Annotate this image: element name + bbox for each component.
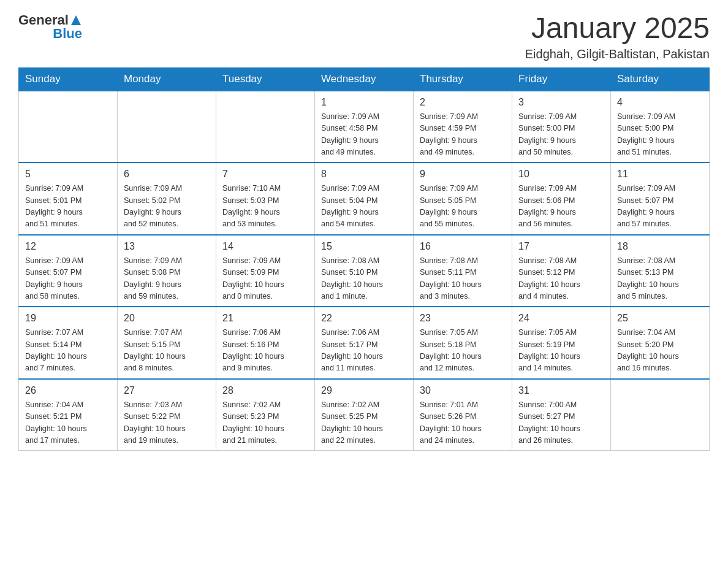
day-info: Sunrise: 7:09 AM Sunset: 5:01 PM Dayligh… bbox=[25, 183, 111, 231]
day-number: 21 bbox=[222, 311, 308, 326]
day-header-thursday: Thursday bbox=[414, 67, 512, 91]
day-info: Sunrise: 7:09 AM Sunset: 5:09 PM Dayligh… bbox=[222, 255, 308, 303]
calendar-day-cell: 13Sunrise: 7:09 AM Sunset: 5:08 PM Dayli… bbox=[118, 235, 216, 307]
day-info: Sunrise: 7:10 AM Sunset: 5:03 PM Dayligh… bbox=[222, 183, 308, 231]
page-header: General Blue January 2025 Eidghah, Gilgi… bbox=[18, 12, 710, 61]
header-row: SundayMondayTuesdayWednesdayThursdayFrid… bbox=[19, 67, 710, 91]
calendar-day-cell: 10Sunrise: 7:09 AM Sunset: 5:06 PM Dayli… bbox=[512, 163, 611, 235]
day-info: Sunrise: 7:03 AM Sunset: 5:22 PM Dayligh… bbox=[124, 399, 210, 447]
day-number: 16 bbox=[420, 239, 506, 254]
calendar-day-cell: 15Sunrise: 7:08 AM Sunset: 5:10 PM Dayli… bbox=[315, 235, 414, 307]
calendar-day-cell: 21Sunrise: 7:06 AM Sunset: 5:16 PM Dayli… bbox=[216, 307, 315, 379]
day-info: Sunrise: 7:08 AM Sunset: 5:11 PM Dayligh… bbox=[420, 255, 506, 303]
calendar-day-cell: 11Sunrise: 7:09 AM Sunset: 5:07 PM Dayli… bbox=[611, 163, 710, 235]
day-number: 7 bbox=[222, 167, 308, 182]
calendar-day-cell: 30Sunrise: 7:01 AM Sunset: 5:26 PM Dayli… bbox=[414, 379, 512, 451]
calendar-day-cell: 18Sunrise: 7:08 AM Sunset: 5:13 PM Dayli… bbox=[611, 235, 710, 307]
day-info: Sunrise: 7:09 AM Sunset: 4:59 PM Dayligh… bbox=[420, 111, 506, 159]
calendar-day-cell: 16Sunrise: 7:08 AM Sunset: 5:11 PM Dayli… bbox=[414, 235, 512, 307]
calendar-day-cell bbox=[216, 91, 315, 163]
day-info: Sunrise: 7:09 AM Sunset: 4:58 PM Dayligh… bbox=[321, 111, 407, 159]
day-header-sunday: Sunday bbox=[19, 67, 118, 91]
day-info: Sunrise: 7:09 AM Sunset: 5:06 PM Dayligh… bbox=[518, 183, 604, 231]
calendar-day-cell bbox=[118, 91, 216, 163]
day-number: 5 bbox=[25, 167, 111, 182]
day-number: 25 bbox=[617, 311, 703, 326]
logo-triangle-icon bbox=[70, 14, 82, 26]
calendar-day-cell: 12Sunrise: 7:09 AM Sunset: 5:07 PM Dayli… bbox=[19, 235, 118, 307]
title-section: January 2025 Eidghah, Gilgit-Baltistan, … bbox=[525, 12, 710, 61]
day-number: 27 bbox=[124, 383, 210, 398]
day-info: Sunrise: 7:02 AM Sunset: 5:25 PM Dayligh… bbox=[321, 399, 407, 447]
day-info: Sunrise: 7:09 AM Sunset: 5:02 PM Dayligh… bbox=[124, 183, 210, 231]
day-info: Sunrise: 7:04 AM Sunset: 5:20 PM Dayligh… bbox=[617, 327, 703, 375]
calendar-day-cell: 7Sunrise: 7:10 AM Sunset: 5:03 PM Daylig… bbox=[216, 163, 315, 235]
day-number: 23 bbox=[420, 311, 506, 326]
calendar-table: SundayMondayTuesdayWednesdayThursdayFrid… bbox=[18, 67, 710, 451]
day-number: 13 bbox=[124, 239, 210, 254]
day-info: Sunrise: 7:07 AM Sunset: 5:15 PM Dayligh… bbox=[124, 327, 210, 375]
day-number: 2 bbox=[420, 95, 506, 110]
calendar-day-cell: 6Sunrise: 7:09 AM Sunset: 5:02 PM Daylig… bbox=[118, 163, 216, 235]
calendar-day-cell: 14Sunrise: 7:09 AM Sunset: 5:09 PM Dayli… bbox=[216, 235, 315, 307]
day-info: Sunrise: 7:08 AM Sunset: 5:12 PM Dayligh… bbox=[518, 255, 604, 303]
day-info: Sunrise: 7:07 AM Sunset: 5:14 PM Dayligh… bbox=[25, 327, 111, 375]
day-info: Sunrise: 7:05 AM Sunset: 5:19 PM Dayligh… bbox=[518, 327, 604, 375]
day-info: Sunrise: 7:09 AM Sunset: 5:00 PM Dayligh… bbox=[617, 111, 703, 159]
calendar-day-cell: 4Sunrise: 7:09 AM Sunset: 5:00 PM Daylig… bbox=[611, 91, 710, 163]
day-number: 10 bbox=[518, 167, 604, 182]
day-number: 19 bbox=[25, 311, 111, 326]
calendar-day-cell: 27Sunrise: 7:03 AM Sunset: 5:22 PM Dayli… bbox=[118, 379, 216, 451]
calendar-day-cell bbox=[611, 379, 710, 451]
day-info: Sunrise: 7:06 AM Sunset: 5:17 PM Dayligh… bbox=[321, 327, 407, 375]
day-header-friday: Friday bbox=[512, 67, 611, 91]
day-number: 15 bbox=[321, 239, 407, 254]
calendar-day-cell: 23Sunrise: 7:05 AM Sunset: 5:18 PM Dayli… bbox=[414, 307, 512, 379]
day-info: Sunrise: 7:08 AM Sunset: 5:13 PM Dayligh… bbox=[617, 255, 703, 303]
day-number: 3 bbox=[518, 95, 604, 110]
day-info: Sunrise: 7:02 AM Sunset: 5:23 PM Dayligh… bbox=[222, 399, 308, 447]
day-number: 30 bbox=[420, 383, 506, 398]
calendar-day-cell: 2Sunrise: 7:09 AM Sunset: 4:59 PM Daylig… bbox=[414, 91, 512, 163]
day-header-tuesday: Tuesday bbox=[216, 67, 315, 91]
calendar-day-cell: 1Sunrise: 7:09 AM Sunset: 4:58 PM Daylig… bbox=[315, 91, 414, 163]
day-number: 17 bbox=[518, 239, 604, 254]
calendar-day-cell: 24Sunrise: 7:05 AM Sunset: 5:19 PM Dayli… bbox=[512, 307, 611, 379]
day-info: Sunrise: 7:09 AM Sunset: 5:07 PM Dayligh… bbox=[25, 255, 111, 303]
calendar-day-cell: 9Sunrise: 7:09 AM Sunset: 5:05 PM Daylig… bbox=[414, 163, 512, 235]
day-info: Sunrise: 7:04 AM Sunset: 5:21 PM Dayligh… bbox=[25, 399, 111, 447]
calendar-day-cell: 22Sunrise: 7:06 AM Sunset: 5:17 PM Dayli… bbox=[315, 307, 414, 379]
day-header-monday: Monday bbox=[118, 67, 216, 91]
day-info: Sunrise: 7:08 AM Sunset: 5:10 PM Dayligh… bbox=[321, 255, 407, 303]
logo-blue-text: Blue bbox=[53, 26, 82, 42]
day-number: 29 bbox=[321, 383, 407, 398]
calendar-day-cell: 8Sunrise: 7:09 AM Sunset: 5:04 PM Daylig… bbox=[315, 163, 414, 235]
calendar-week-row: 12Sunrise: 7:09 AM Sunset: 5:07 PM Dayli… bbox=[19, 235, 710, 307]
day-number: 4 bbox=[617, 95, 703, 110]
calendar-day-cell: 17Sunrise: 7:08 AM Sunset: 5:12 PM Dayli… bbox=[512, 235, 611, 307]
day-info: Sunrise: 7:05 AM Sunset: 5:18 PM Dayligh… bbox=[420, 327, 506, 375]
calendar-day-cell: 31Sunrise: 7:00 AM Sunset: 5:27 PM Dayli… bbox=[512, 379, 611, 451]
day-number: 6 bbox=[124, 167, 210, 182]
calendar-day-cell bbox=[19, 91, 118, 163]
day-info: Sunrise: 7:01 AM Sunset: 5:26 PM Dayligh… bbox=[420, 399, 506, 447]
calendar-day-cell: 25Sunrise: 7:04 AM Sunset: 5:20 PM Dayli… bbox=[611, 307, 710, 379]
calendar-day-cell: 3Sunrise: 7:09 AM Sunset: 5:00 PM Daylig… bbox=[512, 91, 611, 163]
day-number: 12 bbox=[25, 239, 111, 254]
month-title: January 2025 bbox=[525, 12, 710, 45]
day-info: Sunrise: 7:00 AM Sunset: 5:27 PM Dayligh… bbox=[518, 399, 604, 447]
calendar-day-cell: 19Sunrise: 7:07 AM Sunset: 5:14 PM Dayli… bbox=[19, 307, 118, 379]
day-number: 8 bbox=[321, 167, 407, 182]
calendar-day-cell: 29Sunrise: 7:02 AM Sunset: 5:25 PM Dayli… bbox=[315, 379, 414, 451]
day-info: Sunrise: 7:09 AM Sunset: 5:08 PM Dayligh… bbox=[124, 255, 210, 303]
day-number: 28 bbox=[222, 383, 308, 398]
calendar-day-cell: 20Sunrise: 7:07 AM Sunset: 5:15 PM Dayli… bbox=[118, 307, 216, 379]
day-number: 14 bbox=[222, 239, 308, 254]
day-number: 11 bbox=[617, 167, 703, 182]
calendar-week-row: 26Sunrise: 7:04 AM Sunset: 5:21 PM Dayli… bbox=[19, 379, 710, 451]
svg-marker-0 bbox=[71, 15, 81, 25]
calendar-week-row: 1Sunrise: 7:09 AM Sunset: 4:58 PM Daylig… bbox=[19, 91, 710, 163]
calendar-week-row: 5Sunrise: 7:09 AM Sunset: 5:01 PM Daylig… bbox=[19, 163, 710, 235]
logo: General Blue bbox=[18, 12, 82, 42]
day-number: 1 bbox=[321, 95, 407, 110]
